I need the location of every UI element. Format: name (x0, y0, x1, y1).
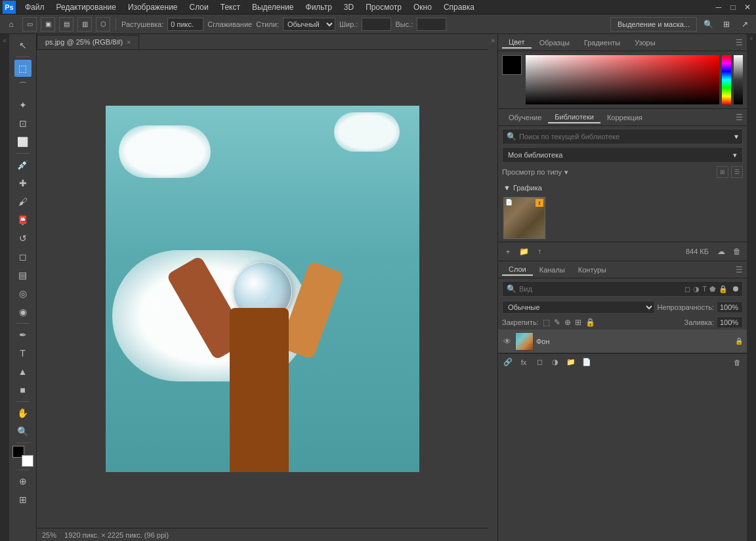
path-select-tool[interactable]: ▲ (14, 363, 32, 380)
adjustment-filter-icon[interactable]: ◑ (693, 285, 700, 293)
lib-search-dropdown[interactable]: ▾ (734, 132, 738, 141)
menu-layers[interactable]: Слои (184, 1, 214, 13)
feather-input[interactable] (167, 18, 203, 31)
layers-search-bar[interactable]: 🔍 ◻ ◑ T ⬟ 🔒 (502, 281, 743, 297)
lock-transparent-icon[interactable]: ⬚ (543, 318, 550, 327)
height-input[interactable] (417, 18, 446, 31)
color-spectrum[interactable] (722, 55, 731, 104)
pen-tool[interactable]: ✒ (14, 326, 32, 343)
new-layer-btn[interactable]: 📄 (581, 357, 593, 368)
share-icon[interactable]: ↗ (738, 17, 752, 32)
menu-window[interactable]: Окно (408, 1, 437, 13)
layers-panel-menu-icon[interactable]: ☰ (736, 265, 743, 274)
workspace-icon[interactable]: ⊞ (719, 17, 734, 32)
add-style-btn[interactable]: fx (518, 357, 530, 368)
tab-libraries[interactable]: Библиотеки (548, 112, 600, 123)
crop-tool[interactable]: ⊡ (14, 115, 32, 132)
mask-btn[interactable]: Выделение и маска... (610, 17, 697, 32)
marquee-option1[interactable]: ▣ (41, 17, 55, 32)
home-icon[interactable]: ⌂ (4, 17, 18, 32)
delete-layer-btn[interactable]: 🗑 (731, 357, 743, 368)
add-mask-btn[interactable]: ◻ (534, 357, 545, 368)
view-by-label[interactable]: Просмотр по типу ▾ (502, 168, 568, 177)
marquee-option2[interactable]: ▤ (59, 17, 74, 32)
search-icon[interactable]: 🔍 (701, 17, 715, 32)
menu-3d[interactable]: 3D (339, 1, 359, 13)
libraries-panel-menu-icon[interactable]: ☰ (736, 113, 743, 122)
marquee-option4[interactable]: ⬡ (96, 17, 110, 32)
opacity-spectrum[interactable] (734, 55, 743, 104)
background-color[interactable] (22, 455, 33, 467)
blur-tool[interactable]: ◎ (14, 285, 32, 302)
text-tool[interactable]: T (14, 345, 32, 362)
screen-mode-btn[interactable]: ⊞ (14, 491, 32, 508)
eraser-tool[interactable]: ◻ (14, 248, 32, 265)
fill-input[interactable] (717, 316, 743, 328)
add-group-btn[interactable]: 📁 (565, 357, 577, 368)
menu-file[interactable]: Файл (20, 1, 50, 13)
list-view-icon[interactable]: ☰ (731, 166, 743, 178)
menu-filter[interactable]: Фильтр (301, 1, 337, 13)
blend-mode-select[interactable]: Обычные (502, 301, 655, 314)
hand-tool[interactable]: ✋ (14, 404, 32, 422)
healing-tool[interactable]: ✚ (14, 175, 32, 192)
layer-visibility-toggle[interactable]: 👁 (502, 336, 513, 347)
color-gradient-picker[interactable] (526, 55, 719, 104)
library-name-dropdown[interactable]: Моя библиотека ▾ (502, 147, 743, 163)
text-filter-icon[interactable]: T (702, 285, 707, 293)
menu-help[interactable]: Справка (438, 1, 480, 13)
menu-select[interactable]: Выделение (247, 1, 299, 13)
layer-row-bg[interactable]: 👁 Фон 🔒 (498, 330, 747, 353)
marquee-rect-btn[interactable]: ▭ (22, 17, 37, 32)
history-tool[interactable]: ↺ (14, 230, 32, 247)
tab-paths[interactable]: Контуры (572, 265, 613, 275)
menu-text[interactable]: Текст (215, 1, 245, 13)
tab-color[interactable]: Цвет (502, 37, 532, 49)
right-panel-left-edge[interactable]: » (488, 34, 497, 541)
canvas-scroll[interactable] (37, 50, 488, 528)
lock-pixels-icon[interactable]: ✎ (554, 318, 560, 327)
menu-view[interactable]: Просмотр (360, 1, 407, 13)
add-adjustment-btn[interactable]: ◑ (549, 357, 561, 368)
layers-filter-input[interactable] (519, 285, 682, 293)
document-tab[interactable]: ps.jpg @ 25% (RGB/8#) × (37, 35, 139, 49)
lock-all-icon[interactable]: 🔒 (585, 318, 595, 327)
opacity-input[interactable] (717, 301, 743, 313)
tab-channels[interactable]: Каналы (533, 265, 572, 275)
lock-artboard-icon[interactable]: ⊞ (575, 318, 581, 327)
dodge-tool[interactable]: ◉ (14, 303, 32, 320)
smart-filter-icon[interactable]: 🔒 (719, 285, 728, 293)
cloud-sync-icon[interactable]: ☁ (715, 246, 727, 257)
gradient-tool[interactable]: ▤ (14, 267, 32, 284)
graphics-section-header[interactable]: ▼ Графика (498, 181, 747, 194)
color-swatch[interactable] (502, 55, 522, 75)
shape-filter-icon[interactable]: ⬟ (709, 285, 716, 293)
library-item-rocks[interactable]: ! 📄 (503, 197, 545, 239)
close-btn[interactable]: ✕ (742, 1, 753, 13)
color-picker[interactable] (12, 446, 33, 467)
marquee-tool[interactable]: ⬚ (14, 60, 32, 77)
marquee-option3[interactable]: ▥ (77, 17, 92, 32)
tab-correction[interactable]: Коррекция (600, 112, 649, 123)
library-search-input[interactable] (519, 133, 732, 141)
style-select[interactable]: Обычный (283, 18, 335, 31)
tab-swatches[interactable]: Образцы (533, 37, 576, 48)
quick-select-tool[interactable]: ✦ (14, 97, 32, 114)
lock-position-icon[interactable]: ⊕ (564, 318, 571, 327)
tab-gradients[interactable]: Градиенты (578, 37, 627, 48)
tab-training[interactable]: Обучение (502, 112, 548, 123)
delete-library-item-btn[interactable]: 🗑 (731, 246, 743, 257)
add-library-item-btn[interactable]: ＋ (502, 246, 514, 257)
tab-layers[interactable]: Слои (502, 264, 533, 276)
tab-patterns[interactable]: Узоры (628, 37, 662, 48)
left-panel-collapse[interactable]: « (0, 34, 9, 541)
color-panel-menu-icon[interactable]: ☰ (736, 38, 743, 47)
upload-icon-btn[interactable]: ↑ (534, 246, 545, 257)
shape-tool[interactable]: ■ (14, 381, 32, 399)
zoom-tool[interactable]: 🔍 (14, 423, 32, 440)
folder-icon-btn[interactable]: 📁 (518, 246, 530, 257)
frame-tool[interactable]: ⬜ (14, 133, 32, 150)
link-layers-btn[interactable]: 🔗 (502, 357, 514, 368)
maximize-btn[interactable]: □ (727, 1, 739, 13)
eyedropper-tool[interactable]: 💉 (14, 156, 32, 173)
